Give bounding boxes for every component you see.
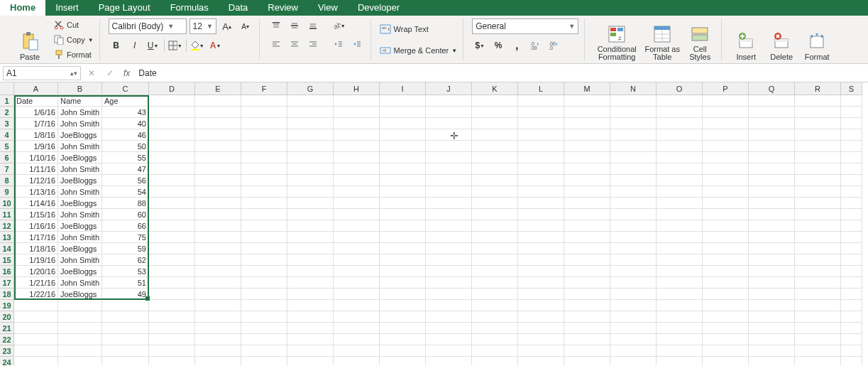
cell[interactable] [749,152,795,163]
cell[interactable] [426,323,472,334]
cell[interactable] [426,152,472,163]
cell[interactable] [610,232,657,243]
cell[interactable] [610,277,657,289]
cell[interactable]: 47 [102,163,149,175]
cell[interactable] [703,311,749,323]
cell[interactable] [334,345,380,357]
cell[interactable] [426,163,472,175]
cell[interactable] [564,209,610,220]
cell[interactable] [195,345,241,357]
cell[interactable] [472,277,518,289]
cell[interactable] [703,232,749,243]
cell[interactable] [472,152,518,163]
cell[interactable] [149,232,195,243]
cell[interactable] [472,141,518,152]
cell[interactable]: John Smith [58,209,102,220]
cell[interactable] [287,243,334,254]
cell[interactable] [472,311,518,323]
cell[interactable] [657,186,703,198]
cell[interactable] [426,209,472,220]
formula-input[interactable]: Date [136,68,865,78]
cell[interactable] [795,163,841,175]
cell[interactable] [195,311,241,323]
bold-button[interactable]: B [109,38,124,53]
cell[interactable]: John Smith [58,186,102,198]
cell[interactable] [287,277,334,289]
column-header[interactable]: N [610,82,657,95]
cell[interactable] [426,277,472,289]
cell[interactable] [841,254,862,266]
cell[interactable] [472,107,518,118]
tab-view[interactable]: View [308,0,348,16]
cancel-formula-button[interactable]: ✕ [84,66,99,80]
cell[interactable] [380,175,426,186]
cell[interactable] [657,152,703,163]
cell[interactable] [287,141,334,152]
cell[interactable]: JoeBloggs [58,129,102,141]
row-header[interactable]: 15 [0,254,14,266]
cell[interactable] [287,289,334,300]
cell[interactable] [518,118,564,129]
cell[interactable] [564,141,610,152]
cell[interactable] [472,289,518,300]
cell[interactable] [841,129,862,141]
cell[interactable] [195,289,241,300]
cell[interactable] [564,163,610,175]
cell[interactable] [241,152,287,163]
row-header[interactable]: 16 [0,266,14,277]
cell[interactable] [610,95,657,107]
cell[interactable] [195,129,241,141]
column-header[interactable]: Q [749,82,795,95]
orientation-button[interactable]: ab▼ [331,18,346,33]
cell[interactable] [610,300,657,311]
cell[interactable] [195,277,241,289]
cell[interactable] [657,175,703,186]
name-box[interactable]: A1 ▴▾ [3,66,81,80]
cell[interactable] [703,254,749,266]
cell[interactable] [795,357,841,365]
cell[interactable] [795,323,841,334]
cell[interactable]: 1/20/16 [14,266,58,277]
italic-button[interactable]: I [127,38,143,53]
cell[interactable] [795,107,841,118]
cell[interactable] [195,95,241,107]
column-header[interactable]: K [472,82,518,95]
cell[interactable] [610,243,657,254]
cell[interactable] [58,357,102,365]
cell[interactable] [703,266,749,277]
cell[interactable] [749,243,795,254]
cell[interactable] [610,209,657,220]
cell[interactable] [287,323,334,334]
cell[interactable] [426,334,472,345]
cell[interactable]: Date [14,95,58,107]
cell[interactable] [334,311,380,323]
cell[interactable] [380,345,426,357]
column-header[interactable]: A [14,82,58,95]
cell[interactable] [749,141,795,152]
cell-styles-button[interactable]: Cell Styles [684,18,715,61]
decrease-indent-button[interactable] [331,37,346,51]
cell[interactable] [795,198,841,209]
cell[interactable] [241,220,287,232]
cell[interactable]: 75 [102,232,149,243]
cell[interactable] [287,311,334,323]
cell[interactable] [564,175,610,186]
row-header[interactable]: 12 [0,220,14,232]
cell[interactable] [518,129,564,141]
cell[interactable] [841,357,862,365]
cell[interactable] [564,243,610,254]
cell[interactable] [380,129,426,141]
cell[interactable] [564,129,610,141]
cell[interactable] [241,186,287,198]
namebox-stepper-icon[interactable]: ▴▾ [70,71,77,75]
cell[interactable] [703,209,749,220]
cell[interactable]: 1/17/16 [14,232,58,243]
cell[interactable] [564,220,610,232]
cell[interactable] [610,118,657,129]
cell[interactable] [657,323,703,334]
cell[interactable] [749,95,795,107]
cell[interactable] [334,152,380,163]
cell[interactable] [287,232,334,243]
merge-center-button[interactable]: Merge & Center ▼ [380,43,458,58]
cell[interactable] [841,334,862,345]
